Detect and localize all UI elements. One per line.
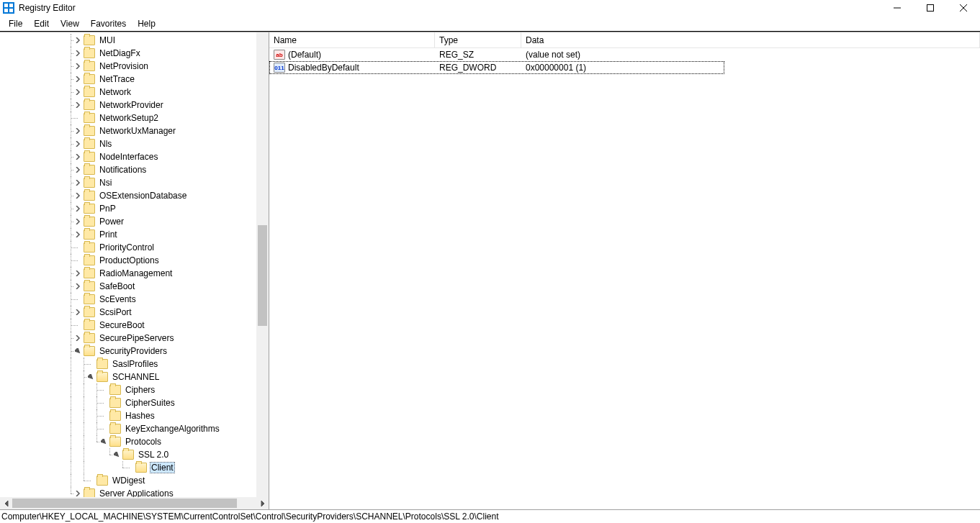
tree-vertical-scrollbar[interactable]: [256, 32, 269, 497]
expand-icon[interactable]: [73, 150, 82, 163]
scrollbar-thumb[interactable]: [12, 499, 237, 508]
expand-icon[interactable]: [73, 189, 82, 202]
folder-icon: [84, 281, 95, 291]
expand-icon[interactable]: [73, 99, 82, 112]
tree-item[interactable]: Nls: [0, 137, 269, 150]
dword-value-icon: 011: [274, 63, 285, 73]
menu-favorites[interactable]: Favorites: [85, 17, 132, 30]
value-name: (Default): [288, 50, 321, 60]
address-bar[interactable]: Computer\HKEY_LOCAL_MACHINE\SYSTEM\Curre…: [0, 509, 980, 523]
tree-item-label: NetworkUxManager: [98, 126, 177, 136]
tree-item-label: SSL 2.0: [137, 450, 170, 460]
tree-item[interactable]: ProductOptions: [0, 254, 269, 267]
scroll-left-arrow-icon[interactable]: [0, 497, 12, 509]
tree-horizontal-scrollbar[interactable]: [0, 497, 269, 509]
tree-item[interactable]: NodeInterfaces: [0, 150, 269, 163]
expand-icon[interactable]: [73, 124, 82, 137]
menu-file[interactable]: File: [3, 17, 28, 30]
tree-item[interactable]: PnP: [0, 202, 269, 215]
collapse-icon[interactable]: [73, 345, 82, 358]
minimize-button[interactable]: [881, 0, 914, 16]
tree-item[interactable]: WDigest: [0, 474, 269, 487]
value-row[interactable]: 011DisabledByDefaultREG_DWORD0x00000001 …: [269, 61, 724, 74]
tree-item[interactable]: NetDiagFx: [0, 47, 269, 60]
expand-icon[interactable]: [73, 47, 82, 60]
tree-item[interactable]: MUI: [0, 34, 269, 47]
tree-item[interactable]: SSL 2.0: [0, 448, 269, 461]
tree-item[interactable]: SecurePipeServers: [0, 332, 269, 345]
tree-item-label: NodeInterfaces: [98, 152, 159, 162]
expand-icon[interactable]: [73, 73, 82, 86]
folder-icon: [84, 320, 95, 330]
expand-icon[interactable]: [73, 60, 82, 73]
tree-item[interactable]: Power: [0, 215, 269, 228]
column-header-type[interactable]: Type: [435, 32, 521, 48]
tree-item[interactable]: SecurityProviders: [0, 345, 269, 358]
value-data: 0x00000001 (1): [521, 61, 724, 74]
tree-item[interactable]: Server Applications: [0, 487, 269, 497]
expand-icon[interactable]: [73, 215, 82, 228]
tree-item[interactable]: CipherSuites: [0, 396, 269, 409]
tree-item[interactable]: OSExtensionDatabase: [0, 189, 269, 202]
folder-icon: [84, 217, 95, 227]
tree-item[interactable]: SaslProfiles: [0, 358, 269, 370]
column-header-name[interactable]: Name: [269, 32, 435, 48]
tree-item[interactable]: RadioManagement: [0, 267, 269, 280]
expand-icon[interactable]: [73, 228, 82, 241]
menu-help[interactable]: Help: [132, 17, 161, 30]
tree-item-label: CipherSuites: [124, 398, 176, 408]
folder-icon: [84, 333, 95, 343]
tree-item[interactable]: Notifications: [0, 163, 269, 176]
menu-view[interactable]: View: [55, 17, 85, 30]
collapse-icon[interactable]: [86, 370, 95, 383]
tree-item[interactable]: SafeBoot: [0, 280, 269, 293]
expand-icon[interactable]: [73, 487, 82, 497]
tree-item-label: KeyExchangeAlgorithms: [124, 424, 221, 434]
expand-icon[interactable]: [73, 280, 82, 293]
tree-pane[interactable]: MUINetDiagFxNetProvisionNetTraceNetworkN…: [0, 32, 269, 509]
expand-icon[interactable]: [73, 86, 82, 99]
value-row[interactable]: ab(Default)REG_SZ(value not set): [269, 48, 980, 61]
tree-item[interactable]: NetProvision: [0, 60, 269, 73]
tree-item[interactable]: Client: [0, 461, 269, 474]
tree-item[interactable]: ScsiPort: [0, 306, 269, 319]
column-header-data[interactable]: Data: [521, 32, 980, 48]
collapse-icon[interactable]: [112, 448, 121, 461]
tree-item[interactable]: NetworkProvider: [0, 99, 269, 112]
value-type: REG_DWORD: [435, 61, 521, 74]
tree-item[interactable]: Hashes: [0, 409, 269, 422]
tree-item[interactable]: Protocols: [0, 435, 269, 448]
tree-item[interactable]: SecureBoot: [0, 319, 269, 332]
scrollbar-thumb[interactable]: [258, 225, 267, 326]
values-pane[interactable]: Name Type Data ab(Default)REG_SZ(value n…: [269, 32, 980, 509]
scroll-right-arrow-icon[interactable]: [256, 497, 269, 509]
tree-item[interactable]: KeyExchangeAlgorithms: [0, 422, 269, 435]
expand-icon[interactable]: [73, 176, 82, 189]
folder-icon: [84, 294, 95, 304]
expand-icon[interactable]: [73, 202, 82, 215]
expand-icon[interactable]: [73, 34, 82, 47]
folder-icon: [84, 87, 95, 97]
collapse-icon[interactable]: [99, 435, 108, 448]
close-button[interactable]: [947, 0, 980, 16]
tree-item[interactable]: Print: [0, 228, 269, 241]
expand-icon[interactable]: [73, 267, 82, 280]
expand-icon[interactable]: [73, 163, 82, 176]
tree-item[interactable]: SCHANNEL: [0, 370, 269, 383]
expand-icon[interactable]: [73, 137, 82, 150]
menu-edit[interactable]: Edit: [28, 17, 55, 30]
tree-item[interactable]: NetworkSetup2: [0, 112, 269, 124]
folder-icon: [109, 385, 121, 395]
tree-item[interactable]: ScEvents: [0, 293, 269, 306]
maximize-button[interactable]: [914, 0, 947, 16]
tree-item[interactable]: NetTrace: [0, 73, 269, 86]
tree-item[interactable]: PriorityControl: [0, 241, 269, 254]
expand-icon[interactable]: [73, 332, 82, 345]
tree-item[interactable]: Nsi: [0, 176, 269, 189]
tree-item[interactable]: NetworkUxManager: [0, 124, 269, 137]
tree-item[interactable]: Ciphers: [0, 383, 269, 396]
folder-icon: [84, 204, 95, 214]
folder-icon: [109, 437, 121, 447]
expand-icon[interactable]: [73, 306, 82, 319]
tree-item[interactable]: Network: [0, 86, 269, 99]
